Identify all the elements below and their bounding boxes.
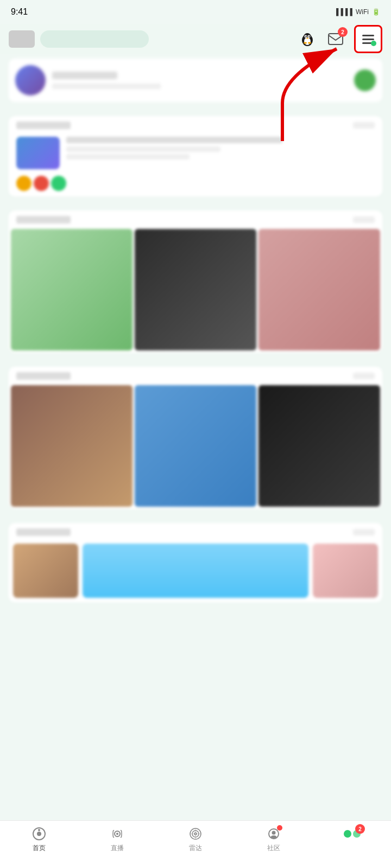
extra-badge-wrap: 2 [344,826,360,841]
home-icon [31,826,47,841]
extra-badge: 2 [355,824,365,834]
featured-subtitle [66,146,220,152]
playlist-grid [9,227,382,353]
section-title [16,122,71,129]
bottom-thumb-2[interactable] [83,544,308,598]
svg-point-13 [37,832,41,836]
app-header: 2 [0,24,391,54]
status-bar: 9:41 ▐▐▐▐ WiFi 🔋 [0,0,391,24]
app-logo [9,30,35,48]
community-label: 社区 [267,844,280,853]
section-header-featured [9,116,382,132]
menu-green-dot [371,41,376,46]
svg-point-16 [116,833,118,835]
avatars-row [9,176,382,196]
mini-avatar-2 [34,176,49,191]
community-badge-wrap [266,826,281,841]
penguin-icon[interactable] [298,29,317,49]
svg-point-7 [306,38,308,39]
bottom-content-section [9,523,382,602]
radar-icon [188,826,203,841]
header-right: 2 [298,25,382,53]
grid-thumb-1[interactable] [11,229,133,350]
featured-details [66,137,375,169]
nav-item-community[interactable]: 社区 [235,826,313,853]
user-subtitle [52,84,161,89]
bottom-nav: 首页 直播 雷达 [0,820,391,868]
status-icons: ▐▐▐▐ WiFi 🔋 [334,8,380,16]
svg-point-14 [38,829,40,831]
featured-thumbnail [16,137,60,169]
playlist-section [9,210,382,353]
playlist-section-more [353,216,375,223]
search-bar[interactable] [40,30,149,48]
nav-item-extra[interactable]: 2 [313,826,391,844]
community-red-dot [277,825,282,831]
grid-thumb-4[interactable] [11,385,133,507]
nav-item-live[interactable]: 直播 [78,826,156,853]
section-more [353,122,375,129]
bottom-thumb-3[interactable] [313,544,378,598]
svg-point-21 [272,831,276,835]
mail-icon-wrap[interactable]: 2 [326,29,345,49]
user-info [52,72,348,89]
live-icon [110,826,125,841]
svg-point-8 [304,42,307,44]
video-section-title [16,372,71,380]
featured-section [9,116,382,196]
featured-meta [66,154,190,159]
bottom-section-header [9,523,382,539]
svg-point-5 [305,36,306,37]
playlist-section-title [16,216,71,224]
section-header-playlist [9,210,382,227]
video-section [9,367,382,509]
bottom-content-row [9,539,382,602]
video-grid [9,383,382,509]
grid-thumb-5[interactable] [135,385,256,507]
home-label: 首页 [33,844,46,853]
user-avatar [15,65,46,95]
bottom-thumb-1[interactable] [13,544,78,598]
user-name [52,72,117,79]
mini-avatar-3 [51,176,66,191]
mini-avatar-1 [16,176,31,191]
nav-item-home[interactable]: 首页 [0,826,78,853]
menu-settings-button[interactable] [354,25,382,53]
grid-thumb-2[interactable] [135,229,256,350]
featured-item [9,132,382,176]
svg-point-6 [308,36,310,37]
svg-point-9 [308,42,311,44]
nav-item-radar[interactable]: 雷达 [156,826,235,853]
bottom-section-title [16,528,71,536]
user-right-avatar [354,69,376,91]
status-time: 9:41 [11,7,28,17]
featured-title [66,137,282,143]
live-label: 直播 [111,844,124,853]
header-left [9,30,149,48]
user-card [9,59,382,102]
section-header-video [9,367,382,383]
grid-thumb-6[interactable] [258,385,380,507]
video-section-more [353,373,375,379]
bottom-section-more [353,529,375,535]
main-content [0,59,391,602]
radar-label: 雷达 [189,844,202,853]
grid-thumb-3[interactable] [258,229,380,350]
mail-badge: 2 [338,27,348,37]
